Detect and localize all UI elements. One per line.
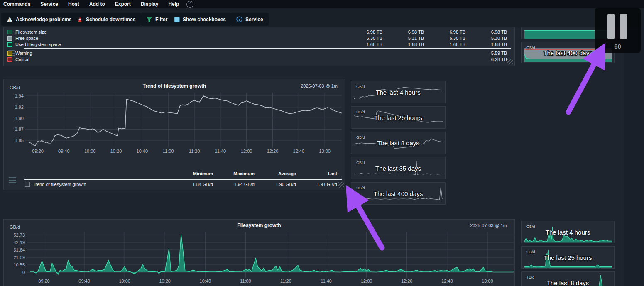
checkbox-icon (174, 16, 180, 22)
svg-text:12:20: 12:20 (267, 149, 279, 154)
svg-text:09:20: 09:20 (38, 279, 50, 284)
menu-item-host[interactable]: Host (68, 1, 79, 7)
mini-chart-the-last-35-days[interactable]: GB/dThe last 35 days (351, 157, 446, 179)
mini-chart-the-last-8-days[interactable]: TB/dThe last 8 days (521, 271, 615, 286)
mini-chart-the-last-8-days[interactable]: GB/dThe last 8 days (351, 132, 446, 154)
svg-text:!: ! (9, 18, 10, 22)
svg-text:1.94: 1.94 (15, 93, 24, 98)
mini-chart-the-last-25-hours[interactable]: GB/dThe last 25 hours (351, 106, 446, 129)
usage-table-row: Filesystem size6.98 TB6.98 TB6.98 TB6.98… (4, 29, 510, 36)
trend-legend-max-value: 1.94 GB/d (217, 182, 255, 187)
main-menubar: CommandsServiceHostAdd toExportDisplayHe… (0, 0, 644, 8)
legend-label: Critical (15, 57, 29, 62)
usage-value: 1.68 TB (432, 42, 465, 47)
menu-item-add-to[interactable]: Add to (89, 1, 105, 7)
show-checkboxes-button[interactable]: Show checkboxes (168, 13, 231, 26)
svg-text:31.64: 31.64 (13, 247, 25, 252)
trend-legend-min-value: 1.84 GB/d (176, 182, 213, 187)
usage-value: 6.28 TB (474, 57, 507, 62)
menu-item-help[interactable]: Help (168, 1, 179, 7)
svg-text:13:00: 13:00 (482, 279, 493, 284)
button-label: Schedule downtimes (86, 17, 135, 22)
svg-text:10:00: 10:00 (84, 149, 96, 154)
legend-label: Used filesystem space (15, 42, 61, 47)
svg-text:11:20: 11:20 (280, 279, 291, 284)
legend-color-swatch (7, 57, 12, 62)
usage-table-separator (24, 48, 511, 49)
svg-text:09:20: 09:20 (32, 149, 44, 154)
trend-legend-swatch[interactable] (25, 182, 30, 187)
usage-value: 5.30 TB (349, 36, 382, 41)
trend-legend-menu-icon[interactable] (9, 177, 16, 183)
mini-chart-the-last-4-hours[interactable]: GB/dThe last 4 hours (521, 221, 615, 243)
menu-item-display[interactable]: Display (141, 1, 159, 7)
collapse-menu-icon[interactable]: ⌃ (186, 1, 193, 8)
svg-text:09:40: 09:40 (58, 149, 70, 154)
svg-text:10.55: 10.55 (13, 262, 25, 267)
trend-chart-panel: Trend of filesystem growth 2025-07-03 @ … (3, 79, 345, 190)
mini-chart-the-last-400-days[interactable]: GB/dThe last 400 days (351, 182, 446, 205)
legend-label: Free space (15, 36, 38, 41)
svg-text:10:40: 10:40 (200, 279, 211, 284)
mini-chart-the-last-25-hours[interactable]: GB/dThe last 25 hours (521, 246, 615, 269)
svg-text:i: i (239, 17, 240, 22)
trend-legend-header-avg: Average (259, 171, 296, 176)
svg-text:12:00: 12:00 (361, 279, 372, 284)
usage-panel-resize-handle[interactable] (507, 59, 513, 64)
usage-value: 1.68 TB (349, 42, 382, 47)
svg-text:0: 0 (22, 270, 25, 275)
usage-value: 5.30 TB (474, 36, 507, 41)
usage-table-row: Free space5.30 TB5.31 TB5.30 TB5.30 TB (4, 36, 510, 42)
usage-value: 5.30 TB (432, 36, 465, 41)
usage-value: 5.59 TB (474, 51, 507, 56)
svg-text:10:00: 10:00 (119, 279, 130, 284)
trend-panel-resize-handle[interactable] (338, 182, 344, 188)
svg-text:10:20: 10:20 (110, 149, 122, 154)
growth-chart-timestamp: 2025-07-03 @ 1m (449, 223, 507, 228)
menu-item-service[interactable]: Service (40, 1, 58, 7)
svg-text:11:40: 11:40 (215, 149, 226, 154)
filesystem-usage-legend-panel: Filesystem size6.98 TB6.98 TB6.98 TB6.98… (3, 27, 515, 66)
action-toolbar: !Acknowledge problemsSchedule downtimesF… (0, 8, 644, 27)
usage-table-row: Used filesystem space1.68 TB1.68 TB1.68 … (4, 42, 510, 48)
button-label: Service (245, 17, 263, 22)
svg-text:10:40: 10:40 (137, 149, 148, 154)
mini-chart-the-last-4-hours[interactable]: GB/dThe last 4 hours (351, 81, 446, 103)
legend-color-swatch (7, 36, 12, 41)
svg-text:11:20: 11:20 (189, 149, 200, 154)
acknowledge-problems-button[interactable]: !Acknowledge problems (1, 13, 77, 26)
svg-text:12:40: 12:40 (441, 279, 453, 284)
service-button[interactable]: iService (231, 13, 269, 26)
button-label: Filter (155, 17, 167, 22)
menu-item-export[interactable]: Export (115, 1, 131, 7)
svg-text:1.90: 1.90 (15, 116, 24, 121)
svg-text:09:40: 09:40 (78, 279, 90, 284)
trend-legend-avg-value: 1.90 GB/d (259, 182, 296, 187)
pause-overlay[interactable]: 60 (595, 8, 641, 53)
trend-legend-separator (24, 179, 342, 180)
button-label: Acknowledge problems (16, 17, 72, 22)
refresh-countdown: 60 (595, 43, 641, 50)
trend-legend-series-label: Trend of filesystem growth (33, 182, 86, 187)
svg-text:13:00: 13:00 (319, 149, 331, 154)
usage-table-row: Warning5.59 TB (4, 51, 510, 57)
traffic-cone-icon (77, 16, 83, 22)
usage-value: 6.98 TB (391, 29, 424, 34)
svg-text:12:40: 12:40 (293, 149, 305, 154)
growth-chart-panel: Filesystem growth 2025-07-03 @ 1m GB/d 5… (3, 219, 515, 286)
growth-chart-plot[interactable]: 52.7342.1931.6421.0910.55009:2009:4010:0… (4, 229, 514, 286)
button-label: Show checkboxes (183, 17, 226, 22)
legend-label: Warning (15, 51, 32, 56)
menu-item-commands[interactable]: Commands (3, 1, 30, 7)
svg-text:12:20: 12:20 (401, 279, 413, 284)
usage-value: 6.98 TB (349, 29, 382, 34)
schedule-downtimes-button[interactable]: Schedule downtimes (71, 13, 141, 26)
trend-chart-plot[interactable]: 1.941.921.901.871.8509:2009:4010:0010:20… (4, 90, 345, 170)
trend-chart-unit: GB/d (10, 85, 20, 90)
checkmk-service-view: CommandsServiceHostAdd toExportDisplayHe… (0, 0, 644, 286)
legend-color-swatch (7, 42, 12, 47)
trend-legend-header-min: Minimum (176, 171, 213, 176)
info-circle-icon: i (236, 16, 242, 22)
legend-color-swatch (7, 30, 12, 34)
svg-text:1.92: 1.92 (15, 105, 24, 110)
